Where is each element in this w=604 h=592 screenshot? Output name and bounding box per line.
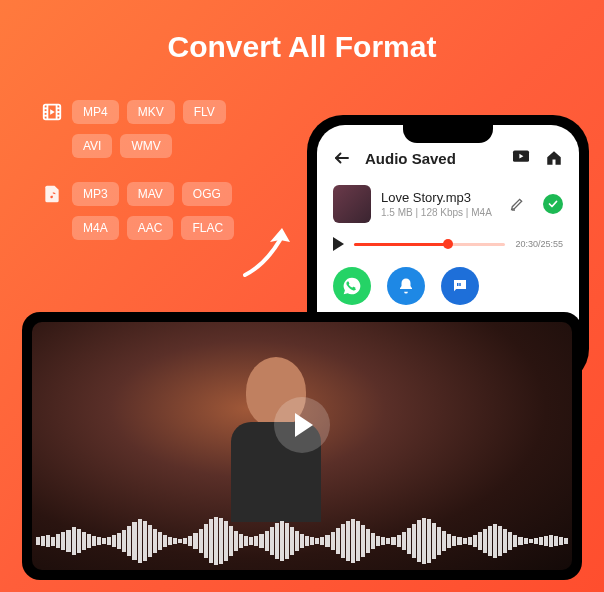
share-actions xyxy=(317,263,579,309)
svg-rect-16 xyxy=(459,283,461,286)
notification-icon[interactable] xyxy=(387,267,425,305)
save-storage-icon[interactable] xyxy=(511,149,531,167)
audio-filename: Love Story.mp3 xyxy=(381,190,499,205)
format-chip: AVI xyxy=(72,134,112,158)
format-chip: M4A xyxy=(72,216,119,240)
back-icon[interactable] xyxy=(333,149,351,167)
audio-file-icon xyxy=(40,182,64,206)
page-title: Convert All Format xyxy=(0,0,604,64)
format-chip: FLAC xyxy=(181,216,234,240)
progress-slider[interactable] xyxy=(354,243,505,246)
format-chip: AAC xyxy=(127,216,174,240)
screen-title: Audio Saved xyxy=(365,150,497,167)
format-chip: OGG xyxy=(182,182,232,206)
film-icon xyxy=(40,100,64,124)
format-chip: MP4 xyxy=(72,100,119,124)
whatsapp-icon[interactable] xyxy=(333,267,371,305)
audio-file-row: Love Story.mp3 1.5 MB | 128 Kbps | M4A xyxy=(317,177,579,231)
play-overlay-icon[interactable] xyxy=(274,397,330,453)
message-icon[interactable] xyxy=(441,267,479,305)
audio-player: 20:30/25:55 xyxy=(317,231,579,263)
svg-marker-9 xyxy=(50,109,55,115)
play-icon[interactable] xyxy=(333,237,344,251)
svg-marker-10 xyxy=(270,228,290,242)
audio-waveform xyxy=(36,516,568,566)
arrow-icon xyxy=(240,220,300,270)
edit-icon[interactable] xyxy=(509,196,525,212)
format-chip: FLV xyxy=(183,100,226,124)
video-player xyxy=(22,312,582,580)
check-icon xyxy=(543,194,563,214)
audio-thumbnail xyxy=(333,185,371,223)
home-icon[interactable] xyxy=(545,149,563,167)
svg-rect-15 xyxy=(457,283,459,286)
time-display: 20:30/25:55 xyxy=(515,239,563,249)
format-chip: MP3 xyxy=(72,182,119,206)
format-chip: MAV xyxy=(127,182,174,206)
audio-metadata: 1.5 MB | 128 Kbps | M4A xyxy=(381,207,499,218)
format-chip: WMV xyxy=(120,134,171,158)
format-chip: MKV xyxy=(127,100,175,124)
